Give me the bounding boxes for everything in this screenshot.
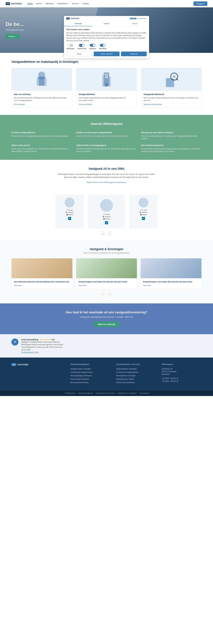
service-img-aankoop bbox=[12, 68, 72, 91]
footer-bottom-link-2[interactable]: Makelaardij voor beleggers bbox=[118, 392, 136, 394]
toggle-marketing-switch[interactable] bbox=[100, 44, 106, 47]
team-linkedin-2[interactable]: in bbox=[142, 217, 145, 220]
news-body-1: Koopwoningen in juli bijna 11% duurder d… bbox=[76, 278, 137, 289]
nav-home[interactable]: Home bbox=[28, 2, 33, 5]
news-prev[interactable]: ‹ bbox=[101, 292, 105, 296]
nav-makelaardij[interactable]: Makelaardij▾ bbox=[46, 3, 54, 4]
footer-link-0-1[interactable]: Commercieel vastgoed kopen bbox=[70, 371, 93, 373]
service-card-onderhoud: Vastgoedonderhoud Met onze eigen onderho… bbox=[141, 68, 202, 108]
service-text-beheer: Het complete vastgoedbeheer van jouw bel… bbox=[79, 96, 134, 102]
news-section: Vastgoed & Groningen Tips en actualiteit… bbox=[0, 240, 213, 304]
footer-link-1-3[interactable]: Vakantieverhuur beheer bbox=[116, 378, 134, 380]
cookiebot-badge: Cookiebot by Usercentrics bbox=[130, 18, 147, 19]
feature-0: De beste vastgoedkennis Met een team van… bbox=[11, 132, 72, 140]
nav-contact[interactable]: Contact bbox=[82, 2, 89, 5]
service-link-beheer[interactable]: Vertrouwd beheer bbox=[79, 104, 92, 106]
service-link-onderhoud[interactable]: Altijd goed onderhouden bbox=[144, 104, 162, 106]
service-link-aankoop[interactable]: Onze strategie bbox=[14, 104, 25, 106]
cookie-banner: 050 VASTGOED Cookiebot by Usercentrics C… bbox=[64, 16, 149, 58]
footer-bottom-link-3[interactable]: Privacybeleid bbox=[140, 392, 149, 394]
toggle-necessary-switch[interactable] bbox=[68, 44, 73, 47]
svg-line-19 bbox=[176, 79, 178, 80]
footer-link-0-0[interactable]: Vastgoed kopen Groningen bbox=[70, 368, 91, 370]
logo-box: 050 bbox=[6, 2, 10, 5]
feature-text-5: Met onze eigen onderhoudsservice garande… bbox=[141, 148, 202, 153]
carousel-next[interactable]: › bbox=[108, 232, 112, 236]
hero-subtitle: 050Vastgoed brengt... bbox=[6, 29, 25, 31]
news-link-2[interactable]: Lees meer bbox=[143, 284, 151, 286]
nav-aanbod[interactable]: Aanbod▾ bbox=[36, 3, 42, 4]
footer-link-1-2[interactable]: Woningbeheer Groningen bbox=[116, 375, 136, 377]
cookie-toggles: Necessary Preferences Statistics Marketi… bbox=[66, 44, 147, 50]
login-button[interactable]: Inloggen ▾ bbox=[194, 2, 207, 6]
cookie-tab-details[interactable]: Details bbox=[92, 21, 120, 26]
footer-link-0-4[interactable]: Rendementsberekening bbox=[70, 382, 88, 384]
cta-button[interactable]: Maak een afspraak bbox=[94, 322, 120, 327]
feature-title-1: Insiders op Groningse vastgoedmarkt bbox=[76, 132, 137, 134]
svg-rect-10 bbox=[105, 77, 106, 78]
hero-cta-button[interactable]: Maak e... bbox=[6, 34, 20, 39]
cookie-header: 050 VASTGOED Cookiebot by Usercentrics bbox=[64, 16, 149, 21]
footer-bottom-link-0[interactable]: Vastgoedbeleggingen bbox=[78, 392, 93, 394]
footer-col-contact: 050Vastgoed Nachtweg 70a 9702 AZ Groning… bbox=[162, 363, 202, 385]
deny-button[interactable]: Deny bbox=[66, 52, 92, 56]
review-section: ✉ Onze beoordeling ★ ★ ★ ★ ★ 9.0 Belegge… bbox=[0, 334, 213, 358]
footer-link-1-0[interactable]: Vastgoedbeheer Groningen bbox=[116, 368, 137, 370]
footer-link-0-3[interactable]: Kosten koper berekenen bbox=[70, 378, 89, 380]
team-linkedin-0[interactable]: in bbox=[68, 217, 71, 220]
svg-rect-14 bbox=[109, 76, 111, 86]
team-avatar-2 bbox=[138, 198, 148, 208]
toggle-necessary-label: Necessary bbox=[66, 48, 74, 50]
nav-over-ons[interactable]: Over ons▾ bbox=[72, 3, 79, 4]
news-link-1[interactable]: Lees meer bbox=[78, 284, 86, 286]
toggle-preferences-switch[interactable] bbox=[79, 44, 85, 47]
hero-title: De be... bbox=[6, 21, 25, 27]
news-link-0[interactable]: Lees meer bbox=[14, 284, 22, 286]
review-score: 9.0 bbox=[52, 338, 54, 341]
team-section: ✉ E-mail ☎ Telefoon 📱 Mobiel in ✉ E-mail… bbox=[0, 190, 213, 240]
nav-vastgoedbeheer[interactable]: Vastgoedbeheer▾ bbox=[57, 3, 69, 4]
footer-bottom-brand: © 050Vastgoed bbox=[64, 392, 75, 394]
toggle-statistics-label: Statistics bbox=[89, 48, 96, 50]
review-link[interactable]: De beste keuze in huis bbox=[21, 351, 38, 353]
news-title-2: Koopwoningen in juni bijna 10% duurder d… bbox=[143, 280, 199, 283]
allow-selection-button[interactable]: Allow selection bbox=[94, 52, 120, 56]
team-linkedin-1[interactable]: in bbox=[105, 221, 108, 224]
service-title-aankoop: Aan- en verkoop bbox=[14, 93, 70, 96]
logo-text: VASTGOED bbox=[11, 2, 22, 5]
cookie-tab-about[interactable]: About bbox=[121, 21, 149, 26]
news-card-0: Verschillende producten niet beschikbaar… bbox=[11, 258, 72, 289]
news-img-2 bbox=[140, 258, 202, 278]
footer-logo-box: 050 bbox=[11, 363, 16, 366]
allow-all-button[interactable]: Allow all bbox=[121, 52, 147, 56]
service-img-onderhoud bbox=[141, 68, 202, 91]
toggle-statistics-switch[interactable] bbox=[90, 44, 96, 47]
services-grid: Aan- en verkoop Met een deskundige van 0… bbox=[11, 68, 202, 108]
footer-link-1-4[interactable]: Kosten koper berekenen bbox=[116, 382, 134, 384]
feature-5: 24/7 onderhoudsservice Met onze eigen on… bbox=[141, 144, 202, 153]
team-avatar-1 bbox=[100, 199, 113, 212]
footer-link-1-1[interactable]: Commercieel vastgoedbeheer bbox=[116, 371, 139, 373]
toggle-marketing: Marketing bbox=[99, 44, 106, 50]
feature-text-3: Bij ons krijg je het totaalpakket van on… bbox=[11, 148, 72, 153]
logo[interactable]: 050 VASTGOED bbox=[6, 2, 22, 5]
footer-col-beleggingen: Vastgoedbeleggingen Vastgoed kopen Groni… bbox=[70, 363, 110, 385]
feature-text-4: Via het persoonlijke online beheerportaa… bbox=[76, 148, 137, 153]
services-section: Vastgoedbeheer en makelaardij in Groning… bbox=[0, 53, 213, 115]
reasons-title: Daarom 050Vastgoed bbox=[11, 122, 202, 126]
cookie-body: This website uses cookies We use cookies… bbox=[64, 26, 149, 58]
service-text-onderhoud: Met onze eigen onderhoudsdienst kunnen w… bbox=[144, 96, 199, 102]
svg-rect-8 bbox=[105, 76, 106, 76]
dna-title: Vastgoed zit in ons DNA bbox=[11, 167, 202, 170]
cta-title: Hoe haal ik het maximale uit een vastgoe… bbox=[11, 310, 202, 314]
footer-link-0-2[interactable]: Woningbelegging berekenen bbox=[70, 375, 92, 377]
carousel-controls: ‹ › bbox=[11, 232, 202, 236]
carousel-prev[interactable]: ‹ bbox=[101, 232, 105, 236]
footer-bottom-link-1[interactable]: Vastgoedbeheer & Services bbox=[96, 392, 115, 394]
footer-bottom-links: © 050Vastgoed Vastgoedbeleggingen Vastgo… bbox=[2, 392, 211, 394]
news-body-2: Koopwoningen in juni bijna 10% duurder d… bbox=[140, 278, 202, 289]
dna-link[interactable]: Maak kennis met de 050Vastgoed-professio… bbox=[87, 181, 126, 183]
service-body-onderhoud: Vastgoedonderhoud Met onze eigen onderho… bbox=[141, 91, 202, 108]
news-next[interactable]: › bbox=[108, 292, 112, 296]
cookie-tab-consent[interactable]: Consent bbox=[64, 21, 92, 26]
